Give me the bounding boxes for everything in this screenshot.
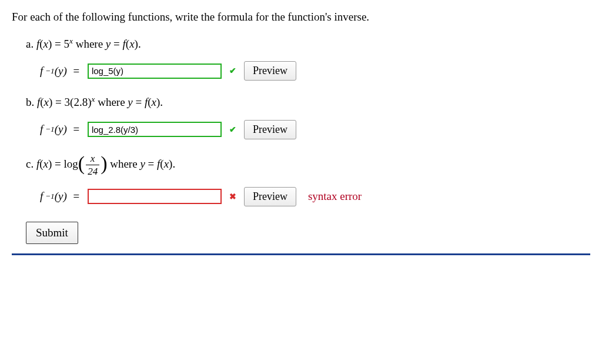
part-a-input[interactable] — [88, 64, 222, 79]
submit-button[interactable]: Submit — [26, 222, 78, 244]
part-c-error: syntax error — [308, 190, 362, 203]
part-a-answer-row: f −1(y) = ✔ Preview — [40, 61, 590, 81]
part-c-prompt: c. f(x) = log(x24) where y = f(x). — [26, 153, 590, 176]
part-a-prompt: a. f(x) = 5x where y = f(x). — [26, 36, 590, 51]
part-c-preview-button[interactable]: Preview — [244, 187, 296, 206]
part-b: b. f(x) = 3(2.8)x where y = f(x). f −1(y… — [26, 95, 590, 139]
part-a-preview-button[interactable]: Preview — [244, 61, 296, 81]
part-b-answer-row: f −1(y) = ✔ Preview — [40, 120, 590, 139]
part-b-preview-button[interactable]: Preview — [244, 120, 296, 139]
part-c-answer-row: f −1(y) = ✖ Preview syntax error — [40, 187, 590, 206]
divider — [12, 253, 590, 255]
question-intro: For each of the following functions, wri… — [12, 11, 590, 24]
check-icon: ✔ — [228, 66, 238, 76]
cross-icon: ✖ — [228, 192, 238, 202]
check-icon: ✔ — [228, 125, 238, 135]
part-b-input[interactable] — [88, 122, 222, 137]
part-c-input[interactable] — [88, 189, 222, 204]
part-b-prompt: b. f(x) = 3(2.8)x where y = f(x). — [26, 95, 590, 109]
part-c-lhs: f −1(y) = — [40, 190, 83, 203]
part-b-lhs: f −1(y) = — [40, 123, 83, 136]
part-a: a. f(x) = 5x where y = f(x). f −1(y) = ✔… — [26, 36, 590, 81]
part-c: c. f(x) = log(x24) where y = f(x). f −1(… — [26, 153, 590, 206]
part-a-lhs: f −1(y) = — [40, 65, 83, 78]
